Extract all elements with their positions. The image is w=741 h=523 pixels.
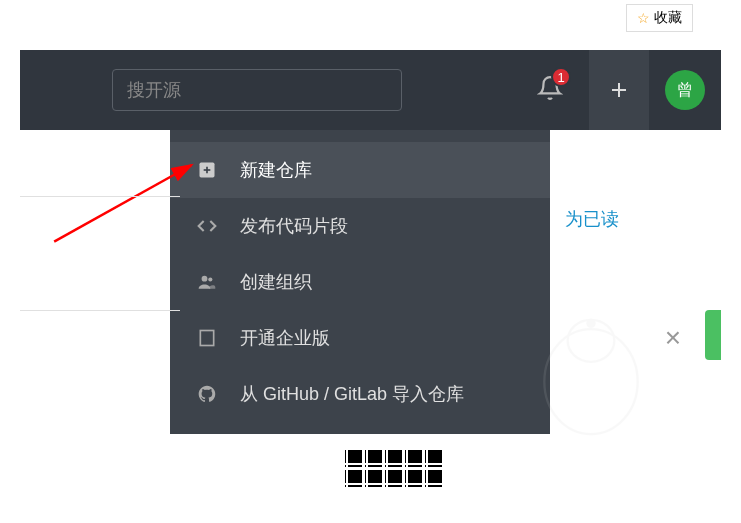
avatar-initial: 曾 (677, 80, 693, 101)
qr-code (342, 450, 442, 490)
top-bar: 1 曾 (20, 50, 721, 130)
menu-label: 发布代码片段 (240, 214, 348, 238)
divider (20, 196, 180, 197)
menu-new-repo[interactable]: 新建仓库 (170, 142, 550, 198)
svg-point-6 (208, 277, 212, 281)
mark-read-link[interactable]: 为已读 (565, 207, 619, 231)
users-icon (196, 271, 218, 293)
create-button[interactable] (589, 50, 649, 130)
favorite-label: 收藏 (654, 9, 682, 27)
side-indicator (705, 310, 721, 360)
code-icon (196, 215, 218, 237)
menu-create-org[interactable]: 创建组织 (170, 254, 550, 310)
plus-icon (607, 78, 631, 102)
decorative-graphic (531, 300, 651, 440)
notification-badge: 1 (551, 67, 571, 87)
building-icon (196, 327, 218, 349)
plus-square-icon (196, 159, 218, 181)
divider (20, 310, 180, 311)
notification-button[interactable]: 1 (537, 75, 563, 105)
search-input[interactable] (112, 69, 402, 111)
menu-label: 开通企业版 (240, 326, 330, 350)
menu-import-github[interactable]: 从 GitHub / GitLab 导入仓库 (170, 366, 550, 422)
star-icon: ☆ (637, 10, 650, 26)
create-dropdown: 新建仓库 发布代码片段 创建组织 开通企业版 从 GitHub / GitLab… (170, 130, 550, 434)
close-icon[interactable]: × (665, 322, 681, 354)
svg-point-5 (202, 276, 208, 282)
avatar[interactable]: 曾 (665, 70, 705, 110)
favorite-button[interactable]: ☆ 收藏 (626, 4, 693, 32)
svg-rect-7 (200, 331, 213, 346)
svg-point-15 (544, 329, 637, 434)
menu-label: 新建仓库 (240, 158, 312, 182)
menu-enterprise[interactable]: 开通企业版 (170, 310, 550, 366)
menu-code-snippet[interactable]: 发布代码片段 (170, 198, 550, 254)
svg-point-17 (586, 319, 595, 328)
menu-label: 创建组织 (240, 270, 312, 294)
menu-label: 从 GitHub / GitLab 导入仓库 (240, 382, 464, 406)
github-icon (196, 383, 218, 405)
